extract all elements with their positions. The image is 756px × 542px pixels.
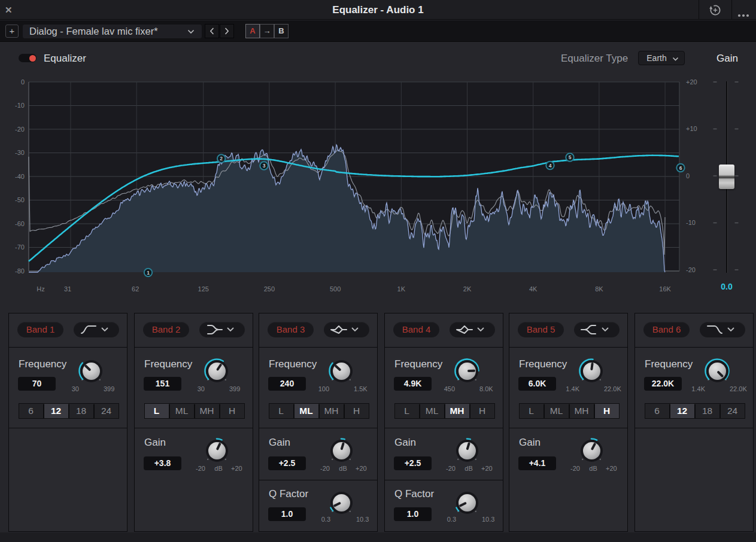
svg-text:4: 4 <box>549 163 552 169</box>
svg-text:-50: -50 <box>15 196 25 203</box>
svg-text:62: 62 <box>132 285 139 293</box>
svg-text:2K: 2K <box>463 285 472 293</box>
svg-text:-10: -10 <box>686 219 696 226</box>
svg-text:4K: 4K <box>529 285 538 293</box>
svg-text:5: 5 <box>569 154 572 160</box>
svg-text:-70: -70 <box>15 243 25 251</box>
svg-text:-30: -30 <box>15 149 25 156</box>
svg-text:-40: -40 <box>15 173 25 180</box>
svg-text:31: 31 <box>64 285 71 293</box>
svg-text:125: 125 <box>198 285 209 293</box>
svg-text:-80: -80 <box>15 267 25 275</box>
svg-text:-10: -10 <box>15 102 25 109</box>
svg-text:+20: +20 <box>686 78 697 86</box>
svg-text:Hz: Hz <box>37 285 44 293</box>
svg-text:0: 0 <box>21 78 25 86</box>
svg-text:8K: 8K <box>595 285 603 293</box>
svg-text:6: 6 <box>679 165 682 171</box>
svg-text:250: 250 <box>264 285 275 293</box>
svg-text:+10: +10 <box>686 125 697 132</box>
svg-text:0: 0 <box>686 172 690 179</box>
svg-text:1K: 1K <box>397 285 406 293</box>
svg-text:2: 2 <box>220 156 223 162</box>
svg-text:1: 1 <box>147 270 150 276</box>
svg-text:-20: -20 <box>686 266 696 273</box>
svg-text:16K: 16K <box>659 285 671 293</box>
svg-text:-20: -20 <box>15 126 25 133</box>
svg-text:3: 3 <box>263 163 266 169</box>
svg-text:500: 500 <box>330 285 341 293</box>
svg-text:-60: -60 <box>15 220 25 227</box>
